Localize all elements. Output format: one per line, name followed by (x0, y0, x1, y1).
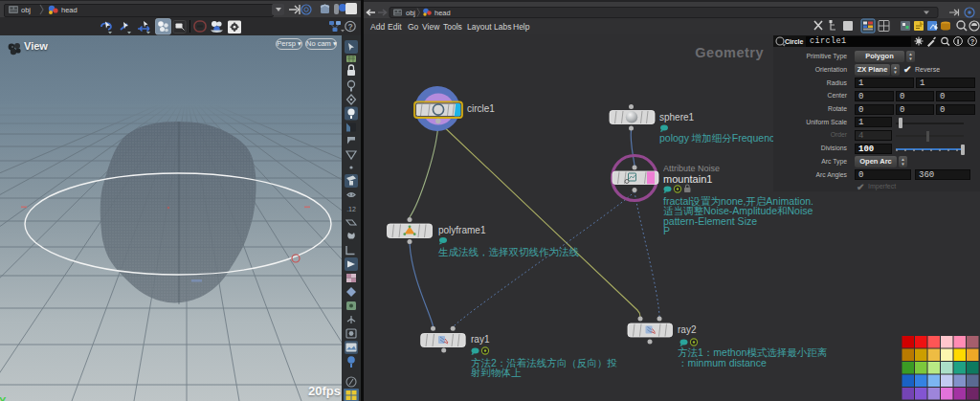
svg-text:?: ? (347, 22, 352, 32)
svg-text:.12: .12 (346, 206, 356, 212)
svg-text:?: ? (970, 37, 975, 46)
